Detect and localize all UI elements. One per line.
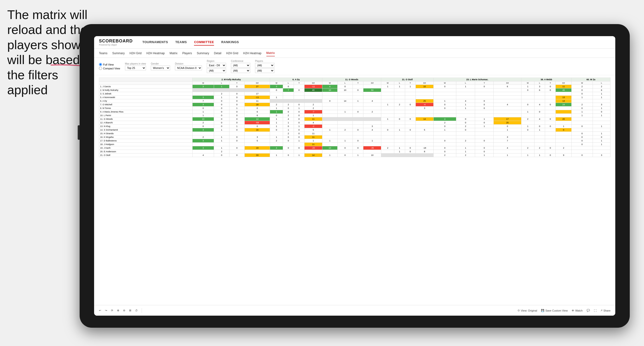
tab-h2h-heatmap2[interactable]: H2H Heatmap <box>243 50 261 56</box>
cell <box>475 110 494 114</box>
tab-h2h-grid1[interactable]: H2H Grid <box>130 50 142 56</box>
zoom-out-button[interactable]: ⊖ <box>123 309 125 312</box>
sh-t3: T <box>352 81 363 85</box>
gender-filter: Gender Women's <box>151 62 170 70</box>
cell <box>534 143 545 146</box>
sh-l4: L <box>394 81 405 85</box>
cell: 2 <box>270 103 283 107</box>
cell <box>416 96 434 99</box>
cell: 0 <box>283 110 294 114</box>
cell: 0 <box>294 117 304 121</box>
cell <box>416 121 434 125</box>
cell <box>475 88 494 92</box>
compact-view-input[interactable] <box>99 67 102 70</box>
cell: 2 <box>304 103 322 107</box>
cell: 1 <box>364 139 381 143</box>
cell <box>322 92 338 96</box>
cell: 2 <box>283 132 294 135</box>
nav-committee[interactable]: COMMITTEE <box>194 39 214 45</box>
cell <box>416 154 434 157</box>
cell <box>381 121 394 125</box>
redo-button[interactable]: ↪ <box>105 309 107 312</box>
table-row: 6. A Dy 70011 01414 25 140 13 <box>99 99 610 103</box>
cell: 0 <box>475 146 494 150</box>
cell <box>352 143 363 146</box>
fit-button[interactable]: ⊞ <box>129 309 131 312</box>
cell: 0 <box>545 146 556 150</box>
full-view-radio[interactable]: Full View <box>99 63 120 66</box>
save-custom-button[interactable]: 💾 Save Custom View <box>541 309 568 312</box>
tab-players[interactable]: Players <box>182 50 192 56</box>
comment-button[interactable]: 💬 <box>586 309 590 312</box>
cell <box>192 88 214 92</box>
cell <box>283 92 294 96</box>
cell: 1 <box>214 85 229 88</box>
cell: 2 <box>214 92 229 96</box>
cell <box>337 132 352 135</box>
cell <box>364 92 381 96</box>
tab-detail[interactable]: Detail <box>214 50 222 56</box>
cell <box>456 110 475 114</box>
gender-select[interactable]: Women's <box>151 66 170 70</box>
zoom-button[interactable]: ⊕ <box>117 309 119 312</box>
conference-sub-select[interactable]: (All) <box>231 68 250 73</box>
players-select[interactable]: (All) <box>255 63 274 68</box>
cell: 2 <box>556 146 571 150</box>
cell <box>405 96 416 99</box>
cell <box>405 99 416 103</box>
expand-button[interactable]: ⛶ <box>594 309 596 312</box>
cell: 0 <box>456 117 475 121</box>
tab-summary1[interactable]: Summary <box>112 50 124 56</box>
sh-d3: Dif <box>364 81 381 85</box>
region-select[interactable]: East - DII <box>207 63 226 68</box>
nav-tournaments[interactable]: TOURNAMENTS <box>142 39 168 45</box>
tab-h2h-heatmap1[interactable]: H2H Heatmap <box>146 50 165 56</box>
region-sub-select[interactable]: (All) <box>207 68 226 73</box>
cell: 1 <box>592 114 610 117</box>
nav-teams[interactable]: TEAMS <box>175 39 187 45</box>
clock-button[interactable]: ⏱ <box>135 309 138 312</box>
cell <box>381 132 394 135</box>
share-button[interactable]: ↗ Share <box>600 309 610 312</box>
cell <box>322 96 338 99</box>
sh-d4: Dif <box>416 81 434 85</box>
cell: 0 <box>229 121 244 125</box>
tab-h2h-grid2[interactable]: H2H Grid <box>226 50 238 56</box>
table-row: 8. M Torres 0010 1012 3 010 01 <box>99 107 610 110</box>
compact-view-radio[interactable]: Compact View <box>99 67 120 70</box>
cell: 2 <box>534 146 545 150</box>
cell <box>337 125 352 128</box>
cell: 46 <box>556 88 571 92</box>
col-header-4: 21. O Stoll <box>381 78 434 81</box>
conference-select[interactable]: (All) <box>231 63 250 68</box>
cell <box>475 132 494 135</box>
cell <box>456 132 475 135</box>
nav-rankings[interactable]: RANKINGS <box>221 39 239 45</box>
tab-matrix2[interactable]: Matrix <box>266 50 275 56</box>
cell <box>592 150 610 154</box>
full-view-input[interactable] <box>99 63 102 66</box>
tab-summary2[interactable]: Summary <box>197 50 209 56</box>
cell <box>405 135 416 139</box>
players-sub-select[interactable]: (All) <box>255 68 274 73</box>
player-name: 6. A Dy <box>99 99 192 103</box>
max-players-select[interactable]: Top 25 <box>125 66 146 70</box>
view-original-button[interactable]: ⊙ View: Original <box>518 309 537 312</box>
cell <box>394 96 405 99</box>
cell: 3 <box>416 107 434 110</box>
cell: 2 <box>434 121 456 125</box>
cell <box>381 154 394 157</box>
tab-teams[interactable]: Teams <box>99 50 107 56</box>
cell: 5 <box>304 128 322 132</box>
cell: 0 <box>244 125 270 128</box>
cell <box>337 143 352 146</box>
cell: 7 <box>494 139 521 143</box>
refresh-button[interactable]: ⟳ <box>111 309 113 312</box>
division-select[interactable]: NCAA Division II <box>175 66 202 70</box>
table-row: 11. G Woods 100014 14011 10014 40117 240… <box>99 117 610 121</box>
undo-button[interactable]: ↩ <box>99 309 101 312</box>
tab-matrix1[interactable]: Matrix <box>170 50 178 56</box>
watch-button[interactable]: 👁 Watch <box>572 309 583 312</box>
cell <box>270 143 283 146</box>
cell: 0 <box>229 139 244 143</box>
